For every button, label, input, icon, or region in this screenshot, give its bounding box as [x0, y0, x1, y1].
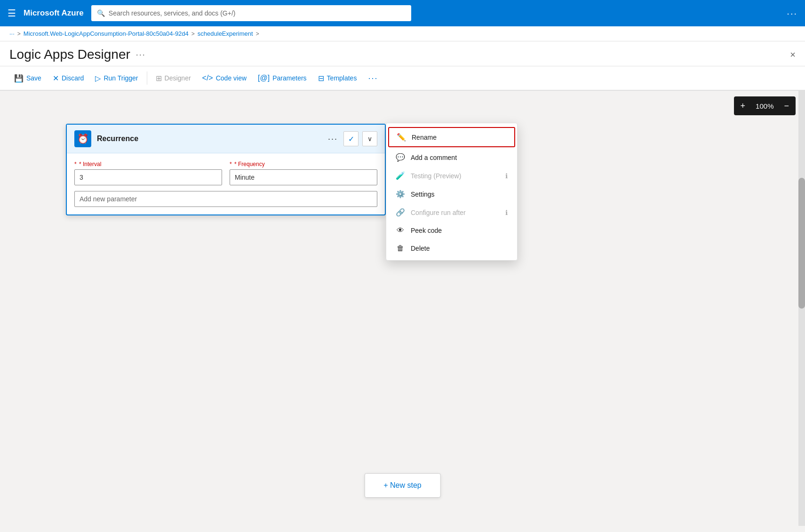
run-icon: ▷	[95, 74, 101, 83]
parameters-button[interactable]: [@] Parameters	[253, 71, 311, 85]
breadcrumb-dots[interactable]: ···	[9, 30, 15, 37]
context-settings-label: Settings	[411, 191, 435, 198]
save-icon: 💾	[14, 74, 24, 83]
discard-label: Discard	[62, 74, 84, 82]
peek-code-icon: 👁	[396, 226, 405, 235]
recurrence-title: Recurrence	[97, 135, 320, 143]
page-header: Logic Apps Designer ··· ×	[0, 41, 805, 66]
topbar: ☰ Microsoft Azure 🔍 Search resources, se…	[0, 0, 805, 26]
discard-icon: ✕	[53, 74, 59, 83]
designer-button[interactable]: ⊞ Designer	[151, 71, 196, 86]
zoom-in-button[interactable]: +	[734, 96, 752, 115]
breadcrumb-sep2: >	[191, 31, 195, 37]
zoom-value: 100%	[752, 102, 777, 110]
code-view-button[interactable]: </> Code view	[198, 71, 252, 85]
frequency-label: * * Frequency	[230, 161, 377, 167]
context-rename-item[interactable]: ✏️ Rename	[388, 127, 515, 147]
recurrence-header: ⏰ Recurrence ··· ✓ ∨	[67, 125, 385, 153]
designer-label: Designer	[165, 74, 191, 82]
add-parameter-placeholder: Add new parameter	[80, 195, 137, 203]
search-bar[interactable]: 🔍 Search resources, services, and docs (…	[91, 5, 411, 21]
code-view-label: Code view	[216, 74, 247, 82]
run-trigger-label: Run Trigger	[104, 74, 138, 82]
context-delete-item[interactable]: 🗑 Delete	[386, 239, 517, 257]
search-icon: 🔍	[97, 9, 105, 17]
toolbar-separator	[147, 71, 147, 85]
save-button[interactable]: 💾 Save	[9, 71, 46, 86]
frequency-label-text: * Frequency	[234, 161, 265, 167]
context-menu: ✏️ Rename 💬 Add a comment 🧪 Testing (Pre…	[386, 123, 518, 261]
discard-button[interactable]: ✕ Discard	[48, 71, 88, 86]
parameters-icon: [@]	[258, 74, 270, 82]
context-settings-item[interactable]: ⚙️ Settings	[386, 185, 517, 203]
recurrence-expand-button[interactable]: ∨	[362, 131, 377, 146]
context-add-comment-item[interactable]: 💬 Add a comment	[386, 148, 517, 167]
context-peek-code-label: Peek code	[411, 227, 442, 234]
context-rename-label: Rename	[412, 134, 437, 141]
hamburger-icon[interactable]: ☰	[8, 8, 16, 19]
breadcrumb-sep3: >	[256, 31, 259, 37]
scrollbar-thumb[interactable]	[798, 178, 805, 309]
interval-label: * * Interval	[74, 161, 222, 167]
recurrence-card: ⏰ Recurrence ··· ✓ ∨ * * Interval	[66, 124, 386, 215]
recurrence-actions: ··· ✓ ∨	[326, 131, 377, 146]
topbar-more-icon[interactable]: ···	[787, 8, 797, 19]
interval-required: *	[74, 161, 77, 167]
breadcrumb: ··· > Microsoft.Web-LogicAppConsumption-…	[0, 26, 805, 41]
settings-icon: ⚙️	[396, 190, 405, 199]
comment-icon: 💬	[396, 153, 405, 162]
delete-icon: 🗑	[396, 244, 405, 253]
add-parameter-row[interactable]: Add new parameter	[74, 191, 377, 207]
designer-icon: ⊞	[156, 74, 162, 83]
code-icon: </>	[202, 74, 213, 82]
toolbar: 💾 Save ✕ Discard ▷ Run Trigger ⊞ Designe…	[0, 66, 805, 91]
close-icon[interactable]: ×	[790, 49, 796, 60]
breadcrumb-link1[interactable]: Microsoft.Web-LogicAppConsumption-Portal…	[24, 30, 189, 37]
interval-field: * * Interval	[74, 161, 222, 185]
zoom-controls: + 100% −	[734, 96, 796, 115]
frequency-input[interactable]	[230, 169, 377, 185]
context-delete-label: Delete	[411, 245, 430, 252]
interval-label-text: * Interval	[79, 161, 101, 167]
breadcrumb-link2[interactable]: scheduleExperiment	[198, 30, 253, 37]
toolbar-more-button[interactable]: ···	[363, 71, 383, 86]
recurrence-check-button[interactable]: ✓	[343, 131, 359, 146]
canvas: + 100% − ⏰ Recurrence ··· ✓ ∨ * * Interv…	[0, 91, 805, 526]
new-step-button[interactable]: + New step	[364, 473, 440, 498]
page-title: Logic Apps Designer	[9, 47, 130, 62]
page-header-more-icon[interactable]: ···	[136, 50, 146, 60]
configure-run-info-icon: ℹ	[505, 209, 508, 216]
scrollbar[interactable]	[798, 91, 805, 526]
templates-label: Templates	[327, 74, 357, 82]
configure-run-icon: 🔗	[396, 208, 405, 217]
toolbar-more-icon: ···	[368, 73, 378, 83]
context-configure-run-after-item[interactable]: 🔗 Configure run after ℹ	[386, 203, 517, 222]
testing-info-icon: ℹ	[505, 172, 508, 180]
azure-logo: Microsoft Azure	[24, 8, 84, 18]
context-add-comment-label: Add a comment	[411, 154, 457, 161]
templates-icon: ⊟	[318, 74, 324, 83]
context-testing-item[interactable]: 🧪 Testing (Preview) ℹ	[386, 167, 517, 185]
zoom-out-button[interactable]: −	[777, 96, 796, 115]
form-row-1: * * Interval * * Frequency	[74, 161, 377, 185]
search-placeholder: Search resources, services, and docs (G+…	[109, 9, 236, 17]
breadcrumb-sep1: >	[17, 31, 21, 37]
recurrence-icon: ⏰	[74, 130, 91, 147]
interval-input[interactable]	[74, 169, 222, 185]
context-peek-code-item[interactable]: 👁 Peek code	[386, 222, 517, 239]
context-testing-label: Testing (Preview)	[411, 172, 461, 180]
save-label: Save	[26, 74, 41, 82]
frequency-field: * * Frequency	[230, 161, 377, 185]
templates-button[interactable]: ⊟ Templates	[313, 71, 362, 86]
run-trigger-button[interactable]: ▷ Run Trigger	[90, 71, 143, 86]
rename-icon: ✏️	[397, 133, 406, 142]
recurrence-more-button[interactable]: ···	[326, 134, 340, 144]
testing-icon: 🧪	[396, 171, 405, 180]
recurrence-body: * * Interval * * Frequency Add new param…	[67, 153, 385, 214]
parameters-label: Parameters	[272, 74, 306, 82]
context-configure-run-label: Configure run after	[411, 209, 466, 216]
frequency-required: *	[230, 161, 232, 167]
